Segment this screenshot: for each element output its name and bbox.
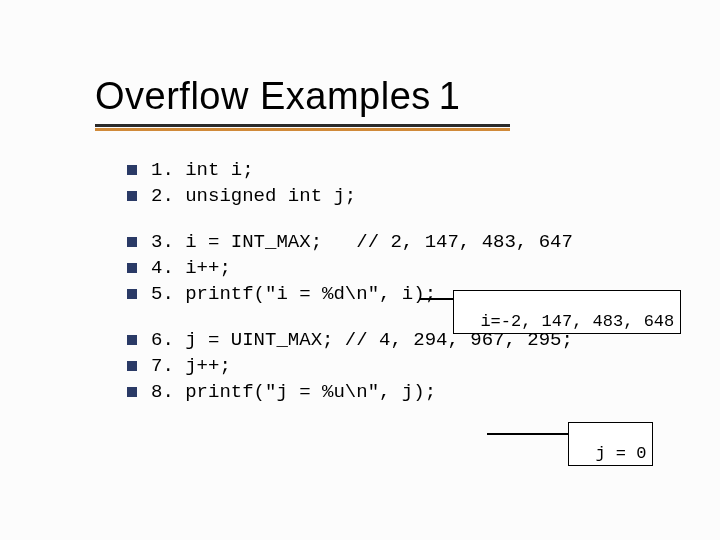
title-suffix: 1: [439, 75, 461, 117]
code-line: 3. i = INT_MAX; // 2, 147, 483, 647: [127, 229, 720, 255]
code-line: 2. unsigned int j;: [127, 183, 720, 209]
callout-box: j = 0: [568, 422, 653, 466]
code-text: 4. i++;: [151, 257, 231, 279]
bullet-icon: [127, 387, 137, 397]
callout-text: i=-2, 147, 483, 648: [480, 312, 674, 331]
bullet-icon: [127, 335, 137, 345]
code-text: 1. int i;: [151, 159, 254, 181]
connector-line: [487, 433, 569, 435]
code-line: 7. j++;: [127, 353, 720, 379]
underline-light: [95, 128, 510, 131]
bullet-icon: [127, 289, 137, 299]
slide: Overflow Examples1 1. int i; 2. unsigned…: [0, 0, 720, 405]
bullet-icon: [127, 361, 137, 371]
bullet-icon: [127, 191, 137, 201]
code-text: 7. j++;: [151, 355, 231, 377]
connector-line: [420, 298, 453, 300]
callout-text: j = 0: [595, 444, 646, 463]
bullet-icon: [127, 165, 137, 175]
code-group: 6. j = UINT_MAX; // 4, 294, 967, 295; 7.…: [127, 327, 720, 405]
page-title: Overflow Examples1: [95, 75, 720, 118]
code-text: 3. i = INT_MAX; // 2, 147, 483, 647: [151, 231, 573, 253]
code-line: 1. int i;: [127, 157, 720, 183]
code-group: 1. int i; 2. unsigned int j;: [127, 157, 720, 209]
code-text: 8. printf("j = %u\n", j);: [151, 381, 436, 403]
code-line: 4. i++;: [127, 255, 720, 281]
code-text: 2. unsigned int j;: [151, 185, 356, 207]
content: 1. int i; 2. unsigned int j; 3. i = INT_…: [95, 157, 720, 405]
bullet-icon: [127, 263, 137, 273]
code-line: 8. printf("j = %u\n", j);: [127, 379, 720, 405]
title-main: Overflow Examples: [95, 75, 431, 117]
code-text: 5. printf("i = %d\n", i);: [151, 283, 436, 305]
callout-box: i=-2, 147, 483, 648: [453, 290, 681, 334]
underline-dark: [95, 124, 510, 127]
title-underline: [95, 124, 510, 131]
bullet-icon: [127, 237, 137, 247]
